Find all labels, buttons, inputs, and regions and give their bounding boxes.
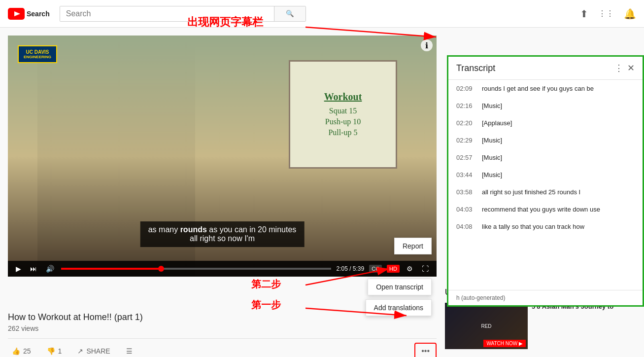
transcript-text-4: [Music] [482,154,502,161]
settings-button[interactable]: ⚙ [405,264,415,274]
video-controls: ▶ ⏭ 🔊 2:05 / 5:39 CC HD ⚙ ⛶ [8,261,437,277]
transcript-text-2: [Applause] [482,119,512,127]
transcript-text-8: like a tally so that you can track how [482,223,584,230]
video-frame: UC DAVIS ENGINEERING Workout Squat 15 Pu… [8,36,437,277]
yt-logo-text: Search [27,10,50,18]
transcript-item[interactable]: 02:09 rounds I get and see if you guys c… [448,80,643,97]
transcript-item[interactable]: 02:57 [Music] [448,149,643,166]
video-player: UC DAVIS ENGINEERING Workout Squat 15 Pu… [8,36,437,277]
apps-icon[interactable]: ⋮⋮ [598,9,614,18]
recommended-item: RED WATCH NOW ▶ 5'8 Asian Man's Journey … [445,303,636,349]
transcript-time-3: 02:29 [456,137,474,144]
transcript-item[interactable]: 04:03 recommend that you guys write down… [448,201,643,218]
share-label: SHARE [86,347,110,355]
playlist-add-button[interactable]: ☰ [122,345,136,357]
add-translations-label: Add translations [374,304,423,312]
wb-line-2: Push-up 10 [325,117,361,126]
transcript-time-4: 02:57 [456,154,474,161]
video-actions: 👍 25 👎 1 ↗ SHARE ☰ ••• [8,338,437,357]
transcript-text-3: [Music] [482,137,502,144]
transcript-text-6: all right so just finished 25 rounds I [482,188,580,196]
transcript-item[interactable]: 03:58 all right so just finished 25 roun… [448,183,643,201]
transcript-time-7: 04:03 [456,206,474,213]
bell-icon[interactable]: 🔔 [624,8,636,20]
search-bar: 🔍 [60,6,306,22]
search-input[interactable] [60,6,274,21]
time-display: 2:05 / 5:39 [336,265,364,272]
transcript-lang: h (auto-generated) [448,290,643,305]
wb-line-3: Pull-up 5 [328,128,357,137]
search-icon: 🔍 [286,10,294,17]
transcript-time-5: 03:44 [456,171,474,178]
transcript-item[interactable]: 02:16 [Music] [448,97,643,114]
transcript-time-6: 03:58 [456,188,474,196]
open-transcript-button[interactable]: Open transcript [368,279,432,295]
info-button[interactable]: ℹ [421,39,433,51]
transcript-panel: Transcript ⋮ ✕ 02:09 rounds I get and se… [447,55,644,307]
transcript-text-1: [Music] [482,102,502,109]
youtube-logo[interactable]: Search [8,8,50,20]
transcript-header: Transcript ⋮ ✕ [448,57,643,80]
dislike-count: 1 [58,347,62,355]
rec-thumb-text: RED [479,321,493,331]
watch-now-button[interactable]: WATCH NOW ▶ [483,340,526,347]
progress-dot [158,266,164,272]
transcript-more-button[interactable]: ⋮ [614,63,623,73]
upload-icon[interactable]: ⬆ [580,8,588,20]
subtitle-box: as many rounds as you can in 20 minutes … [140,221,305,247]
volume-button[interactable]: 🔊 [44,264,56,274]
more-options-button[interactable]: ••• [414,343,437,357]
playlist-icon: ☰ [126,347,133,355]
transcript-body[interactable]: 02:09 rounds I get and see if you guys c… [448,80,643,290]
transcript-item[interactable]: 04:08 like a tally so that you can track… [448,218,643,235]
like-count: 25 [23,347,31,355]
transcript-close-button[interactable]: ✕ [627,63,635,73]
transcript-time-1: 02:16 [456,102,474,109]
thumb-up-icon: 👍 [12,347,20,355]
transcript-text-0: rounds I get and see if you guys can be [482,85,594,92]
transcript-text-7: recommend that you guys write down use [482,206,600,213]
header: Search 🔍 ⬆ ⋮⋮ 🔔 [0,0,644,28]
transcript-time-8: 04:08 [456,223,474,230]
next-button[interactable]: ⏭ [28,264,39,274]
transcript-title: Transcript [456,63,614,73]
transcript-text-5: [Music] [482,171,502,178]
transcript-time-0: 02:09 [456,85,474,92]
report-popup[interactable]: Report [394,238,432,254]
thumb-down-icon: 👎 [47,347,55,355]
progress-fill [61,268,161,270]
transcript-item[interactable]: 03:44 [Music] [448,166,643,183]
rec-info: 5'8 Asian Man's Journey to [532,303,636,349]
whiteboard: Workout Squat 15 Push-up 10 Pull-up 5 [289,60,397,169]
transcript-time-2: 02:20 [456,119,474,127]
more-dots-label: ••• [421,347,430,355]
transcript-item[interactable]: 02:29 [Music] [448,132,643,149]
wb-line-1: Squat 15 [329,107,357,115]
video-views: 262 views [8,324,437,332]
play-button[interactable]: ▶ [14,264,23,274]
rec-thumbnail[interactable]: RED WATCH NOW ▶ [445,303,528,349]
search-button[interactable]: 🔍 [274,6,305,21]
share-icon: ↗ [77,347,83,355]
wb-title: Workout [324,91,362,103]
report-label: Report [403,242,423,250]
dislike-button[interactable]: 👎 1 [43,345,66,357]
add-translations-button[interactable]: Add translations [366,299,432,316]
share-button[interactable]: ↗ SHARE [73,345,114,357]
fullscreen-button[interactable]: ⛶ [420,264,431,274]
header-right: ⬆ ⋮⋮ 🔔 [580,8,636,20]
hd-badge[interactable]: HD [387,265,400,273]
yt-logo-icon [8,8,25,20]
cc-badge[interactable]: CC [369,265,382,273]
progress-bar[interactable] [61,268,331,270]
main-content: UC DAVIS ENGINEERING Workout Squat 15 Pu… [0,28,644,357]
transcript-item[interactable]: 02:20 [Applause] [448,114,643,132]
like-button[interactable]: 👍 25 [8,345,35,357]
open-transcript-label: Open transcript [376,283,423,291]
